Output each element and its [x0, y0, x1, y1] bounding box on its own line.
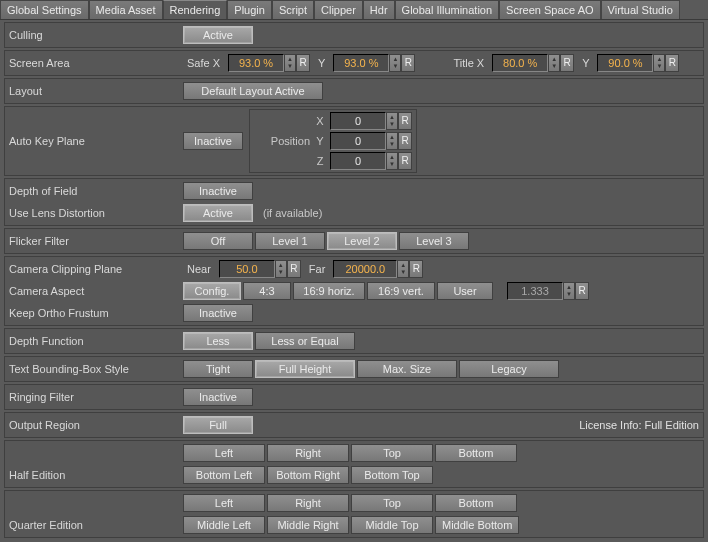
- half-label-2: Half Edition: [9, 469, 179, 481]
- output-region-full[interactable]: Full: [183, 416, 253, 434]
- far-input[interactable]: 20000.0: [333, 260, 397, 278]
- title-x-input[interactable]: 80.0 %: [492, 54, 548, 72]
- near-reset[interactable]: R: [287, 260, 301, 278]
- bbox-fullheight[interactable]: Full Height: [255, 360, 355, 378]
- flicker-level1[interactable]: Level 1: [255, 232, 325, 250]
- tab-script[interactable]: Script: [272, 0, 314, 19]
- ortho-toggle[interactable]: Inactive: [183, 304, 253, 322]
- quarter-middle-left[interactable]: Middle Left: [183, 516, 265, 534]
- pos-x-spinner[interactable]: ▲▼: [386, 112, 398, 130]
- flicker-off[interactable]: Off: [183, 232, 253, 250]
- safe-y-reset[interactable]: R: [401, 54, 415, 72]
- dof-lens-group: Depth of Field Inactive Use Lens Distort…: [4, 178, 704, 226]
- culling-label: Culling: [9, 29, 179, 41]
- dof-toggle[interactable]: Inactive: [183, 182, 253, 200]
- half-left[interactable]: Left: [183, 444, 265, 462]
- near-spinner[interactable]: ▲▼: [275, 260, 287, 278]
- lens-label: Use Lens Distortion: [9, 207, 179, 219]
- tab-clipper[interactable]: Clipper: [314, 0, 363, 19]
- half-bottom-left[interactable]: Bottom Left: [183, 466, 265, 484]
- depthfn-lessequal[interactable]: Less or Equal: [255, 332, 355, 350]
- bbox-maxsize[interactable]: Max. Size: [357, 360, 457, 378]
- culling-toggle[interactable]: Active: [183, 26, 253, 44]
- quarter-left[interactable]: Left: [183, 494, 265, 512]
- title-y-input[interactable]: 90.0 %: [597, 54, 653, 72]
- bbox-legacy[interactable]: Legacy: [459, 360, 559, 378]
- quarter-right[interactable]: Right: [267, 494, 349, 512]
- auto-key-group: Auto Key Plane Inactive X 0▲▼R Position …: [4, 106, 704, 176]
- aspect-43[interactable]: 4:3: [243, 282, 291, 300]
- pos-y-input[interactable]: 0: [330, 132, 386, 150]
- far-spinner[interactable]: ▲▼: [397, 260, 409, 278]
- safe-x-spinner[interactable]: ▲▼: [284, 54, 296, 72]
- pos-z-input[interactable]: 0: [330, 152, 386, 170]
- flicker-level3[interactable]: Level 3: [399, 232, 469, 250]
- quarter-middle-bottom[interactable]: Middle Bottom: [435, 516, 519, 534]
- half-right[interactable]: Right: [267, 444, 349, 462]
- pos-y-reset[interactable]: R: [398, 132, 412, 150]
- aspect-reset[interactable]: R: [575, 282, 589, 300]
- pos-z-spinner[interactable]: ▲▼: [386, 152, 398, 170]
- tab-global-illumination[interactable]: Global Illumination: [395, 0, 500, 19]
- depthfn-label: Depth Function: [9, 335, 179, 347]
- quarter-middle-top[interactable]: Middle Top: [351, 516, 433, 534]
- title-x-spinner[interactable]: ▲▼: [548, 54, 560, 72]
- bbox-group: Text Bounding-Box Style Tight Full Heigh…: [4, 356, 704, 382]
- layout-label: Layout: [9, 85, 179, 97]
- axis-x-label: X: [314, 115, 326, 127]
- tab-global-settings[interactable]: Global Settings: [0, 0, 89, 19]
- tab-media-asset[interactable]: Media Asset: [89, 0, 163, 19]
- half-top[interactable]: Top: [351, 444, 433, 462]
- pos-x-input[interactable]: 0: [330, 112, 386, 130]
- safe-y-input[interactable]: 93.0 %: [333, 54, 389, 72]
- lens-toggle[interactable]: Active: [183, 204, 253, 222]
- aspect-config[interactable]: Config.: [183, 282, 241, 300]
- quarter-middle-right[interactable]: Middle Right: [267, 516, 349, 534]
- tab-bar: Global Settings Media Asset Rendering Pl…: [0, 0, 708, 20]
- tab-virtual-studio[interactable]: Virtual Studio: [601, 0, 680, 19]
- bbox-tight[interactable]: Tight: [183, 360, 253, 378]
- tab-plugin[interactable]: Plugin: [227, 0, 272, 19]
- near-input[interactable]: 50.0: [219, 260, 275, 278]
- safe-x-input[interactable]: 93.0 %: [228, 54, 284, 72]
- far-reset[interactable]: R: [409, 260, 423, 278]
- tab-screen-space-ao[interactable]: Screen Space AO: [499, 0, 600, 19]
- aspect-user[interactable]: User: [437, 282, 493, 300]
- auto-key-toggle[interactable]: Inactive: [183, 132, 243, 150]
- output-region-group: Output Region Full License Info: Full Ed…: [4, 412, 704, 438]
- axis-y-label: Y: [314, 135, 326, 147]
- depthfn-group: Depth Function Less Less or Equal: [4, 328, 704, 354]
- pos-z-reset[interactable]: R: [398, 152, 412, 170]
- ringing-group: Ringing Filter Inactive: [4, 384, 704, 410]
- flicker-level2[interactable]: Level 2: [327, 232, 397, 250]
- half-bottom-right[interactable]: Bottom Right: [267, 466, 349, 484]
- title-y-spinner[interactable]: ▲▼: [653, 54, 665, 72]
- clip-label: Camera Clipping Plane: [9, 263, 179, 275]
- aspect-spinner[interactable]: ▲▼: [563, 282, 575, 300]
- pos-x-reset[interactable]: R: [398, 112, 412, 130]
- auto-key-label: Auto Key Plane: [9, 135, 179, 147]
- layout-button[interactable]: Default Layout Active: [183, 82, 323, 100]
- camera-group: Camera Clipping Plane Near 50.0▲▼R Far 2…: [4, 256, 704, 326]
- tab-hdr[interactable]: Hdr: [363, 0, 395, 19]
- half-bottom-top[interactable]: Bottom Top: [351, 466, 433, 484]
- safe-x-reset[interactable]: R: [296, 54, 310, 72]
- pos-y-spinner[interactable]: ▲▼: [386, 132, 398, 150]
- aspect-169h[interactable]: 16:9 horiz.: [293, 282, 365, 300]
- half-bottom[interactable]: Bottom: [435, 444, 517, 462]
- quarter-top[interactable]: Top: [351, 494, 433, 512]
- aspect-169v[interactable]: 16:9 vert.: [367, 282, 435, 300]
- layout-group: Layout Default Layout Active: [4, 78, 704, 104]
- quarter-bottom[interactable]: Bottom: [435, 494, 517, 512]
- tab-rendering[interactable]: Rendering: [163, 0, 228, 19]
- aspect-input[interactable]: 1.333: [507, 282, 563, 300]
- ringing-toggle[interactable]: Inactive: [183, 388, 253, 406]
- title-x-reset[interactable]: R: [560, 54, 574, 72]
- safe-y-spinner[interactable]: ▲▼: [389, 54, 401, 72]
- dof-label: Depth of Field: [9, 185, 179, 197]
- title-x-label: Title X: [449, 57, 488, 69]
- culling-group: Culling Active: [4, 22, 704, 48]
- depthfn-less[interactable]: Less: [183, 332, 253, 350]
- lens-note: (if available): [257, 207, 322, 219]
- title-y-reset[interactable]: R: [665, 54, 679, 72]
